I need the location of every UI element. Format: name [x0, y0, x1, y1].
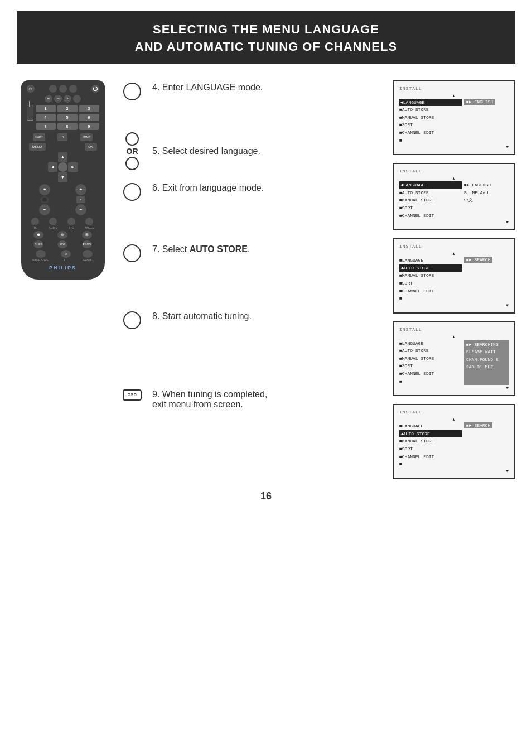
- screen-2-val-1: ■► ENGLISH: [464, 181, 509, 189]
- screen-4-arrow-up: ▲: [399, 334, 509, 339]
- screen-2: INSTALL ▲ ◄LANGUAGE ■AUTO STORE ■MANUAL …: [393, 163, 515, 230]
- extra-btn2[interactable]: [59, 85, 67, 93]
- step-6-desc: Exit from language mode.: [162, 183, 264, 192]
- screen-1-menu: ◄LANGUAGE ■AUTO STORE ■MANUAL STORE ■SOR…: [399, 99, 462, 145]
- screen-4-item-4: ■SORT: [399, 362, 462, 370]
- page-surf-btn[interactable]: PAGE SURF: [32, 250, 49, 262]
- screen-1-item-2: ■AUTO STORE: [399, 106, 462, 114]
- extra-btn3[interactable]: [69, 85, 77, 93]
- func-angle[interactable]: ANGLE: [85, 218, 94, 229]
- btn-9[interactable]: 9: [79, 123, 99, 130]
- step-8-desc: Start automatic tuning.: [162, 311, 252, 321]
- btn-av[interactable]: AV: [45, 95, 52, 103]
- screen-3-item-4: ■SORT: [399, 280, 462, 287]
- screen-3-item-5: ■CHANNEL EDIT: [399, 287, 462, 295]
- screen-1-value-text: ■► ENGLISH: [464, 99, 495, 105]
- extra-btn1[interactable]: [49, 85, 57, 93]
- vol-minus[interactable]: −: [39, 204, 50, 215]
- btn-3[interactable]: 3: [79, 105, 99, 112]
- btn-smart2[interactable]: SMART: [80, 133, 93, 141]
- screen-2-title: INSTALL: [399, 168, 509, 174]
- screen-4-item-5: ■CHANNEL EDIT: [399, 370, 462, 378]
- func-tc[interactable]: TC: [31, 218, 39, 229]
- screen-2-val-2: B. MELAYU: [464, 189, 509, 197]
- header-box: Selecting the Menu Language and Automati…: [17, 11, 515, 64]
- screen-4-val-2: PLEASE WAIT: [466, 348, 506, 356]
- btn-1[interactable]: 1: [36, 105, 56, 112]
- step-5-icon: OR: [120, 130, 144, 170]
- btn-extra[interactable]: [73, 95, 81, 103]
- screen-1-value: ■► ENGLISH: [464, 99, 509, 145]
- step-7-circle: [123, 244, 141, 262]
- screen-1-item-3: ■MANUAL STORE: [399, 114, 462, 122]
- step-9-text: 9. When tuning is completed, exit menu f…: [152, 387, 381, 410]
- step-4-row: 4. Enter LANGUAGE mode.: [120, 80, 381, 119]
- screen-5-item-5: ■CHANNEL EDIT: [399, 453, 462, 461]
- icon-btn2[interactable]: ⊕: [57, 231, 67, 239]
- screen-5-value-text: ■► SEARCH: [464, 422, 492, 428]
- cross-br: [68, 172, 78, 182]
- step-5-desc: Select desired language.: [162, 146, 260, 156]
- func-ttc[interactable]: TTC: [67, 218, 75, 229]
- btn-6[interactable]: 6: [79, 114, 99, 121]
- step-8-row: 8. Start automatic tuning.: [120, 309, 381, 348]
- btn-4[interactable]: 4: [36, 114, 56, 121]
- screen-5-item-1: ■LANGUAGE: [399, 422, 462, 430]
- btn-5[interactable]: 5: [57, 114, 78, 121]
- btn-7[interactable]: 7: [36, 123, 56, 130]
- step-6-row: 6. Exit from language mode.: [120, 181, 381, 220]
- btn-ch[interactable]: CH: [64, 95, 71, 103]
- screen-2-item-5: ■CHANNEL EDIT: [399, 212, 462, 220]
- screen-3-item-2: ◄AUTO STORE: [399, 264, 462, 272]
- ch-minus[interactable]: −: [75, 204, 86, 215]
- icon-btn1[interactable]: ⏺: [33, 231, 43, 239]
- btn-osd-top[interactable]: OSD: [54, 95, 62, 103]
- icon-btn3[interactable]: ⊞: [82, 231, 92, 239]
- nav-center[interactable]: [58, 162, 67, 172]
- fav-pic-btn[interactable]: FAV.PIC: [83, 250, 93, 262]
- step-9-number: 9.: [152, 389, 159, 399]
- power-button[interactable]: ⏻: [91, 85, 99, 93]
- btn-smart1[interactable]: SMART: [33, 133, 45, 141]
- prog-list-btn[interactable]: PROG: [82, 240, 92, 248]
- step-9-row: OSD 9. When tuning is completed, exit me…: [120, 387, 381, 426]
- step-5-text: 5. Select desired language.: [152, 144, 381, 156]
- step-8-circle: [123, 311, 141, 329]
- screen-2-item-1: ◄LANGUAGE: [399, 181, 462, 189]
- icg-btn[interactable]: ICG: [57, 240, 67, 248]
- nav-down[interactable]: ▼: [58, 172, 67, 182]
- menu-button[interactable]: MENU: [29, 143, 46, 151]
- cross-tr: [68, 152, 78, 162]
- step-7-row: 7. Select AUTO STORE.: [120, 242, 381, 281]
- step-6-circle: [123, 183, 141, 201]
- nav-right[interactable]: ►: [68, 162, 78, 172]
- ok-button[interactable]: OK: [85, 143, 97, 151]
- screen-4-value: ■► SEARCHING PLEASE WAIT CHAN.FOUND 8 04…: [464, 340, 509, 386]
- screen-2-item-2: ■AUTO STORE: [399, 189, 462, 197]
- steps-section: 4. Enter LANGUAGE mode. OR 5. Select des…: [120, 80, 381, 479]
- surf-btn[interactable]: SURF: [33, 240, 43, 248]
- tti-btn[interactable]: ⊙ TTI: [61, 250, 71, 262]
- screen-5: INSTALL ▲ ■LANGUAGE ◄AUTO STORE ■MANUAL …: [393, 404, 515, 479]
- screen-1-item-5: ■CHANNEL EDIT: [399, 129, 462, 137]
- screen-4: INSTALL ▲ ■LANGUAGE ■AUTO STORE ■MANUAL …: [393, 321, 515, 397]
- btn-0[interactable]: 0: [57, 133, 67, 141]
- tv-button[interactable]: TV: [27, 85, 35, 93]
- screen-4-item-6: ■: [399, 378, 462, 386]
- brand-label: PHILIPS: [27, 265, 99, 271]
- nav-up[interactable]: ▲: [58, 152, 67, 162]
- btn-8[interactable]: 8: [57, 123, 78, 130]
- vol-plus[interactable]: +: [39, 184, 50, 195]
- screen-4-title: INSTALL: [399, 327, 509, 332]
- screen-4-arrow-down: ▼: [399, 386, 509, 391]
- step-5-number: 5.: [152, 146, 159, 156]
- ch-plus[interactable]: +: [75, 184, 86, 195]
- screen-4-val-1: ■► SEARCHING: [466, 341, 506, 349]
- btn-2[interactable]: 2: [57, 105, 78, 112]
- func-audio[interactable]: AUDIO: [49, 218, 57, 229]
- step-4-desc: Enter LANGUAGE mode.: [162, 83, 263, 92]
- screen-1-arrow-down: ▼: [399, 145, 509, 150]
- step-7-number: 7.: [152, 244, 159, 254]
- nav-left[interactable]: ◄: [48, 162, 57, 172]
- screen-3-item-3: ■MANUAL STORE: [399, 272, 462, 280]
